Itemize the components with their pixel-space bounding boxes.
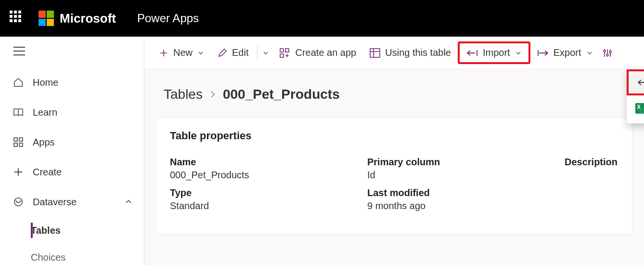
app-plus-icon [280, 48, 290, 58]
value-modified: 9 months ago [367, 200, 565, 212]
svg-point-9 [604, 50, 605, 52]
table-properties-panel: Table properties Name 000_Pet_Products T… [156, 118, 632, 234]
sidebar-label: Choices [31, 252, 65, 263]
sidebar-item-dataverse[interactable]: Dataverse [0, 187, 144, 217]
plus-icon [12, 166, 25, 178]
label-name: Name [170, 157, 367, 168]
sliders-icon [603, 48, 612, 58]
svg-rect-6 [280, 54, 283, 57]
global-header: Microsoft Power Apps [0, 0, 644, 37]
microsoft-logo[interactable]: Microsoft [39, 11, 116, 26]
settings-button[interactable] [600, 44, 615, 62]
breadcrumb-current: 000_Pet_Products [223, 87, 340, 102]
button-label: Create an app [295, 47, 356, 58]
sidebar-label: Dataverse [33, 197, 77, 208]
sidebar-item-learn[interactable]: Learn [0, 97, 144, 127]
value-primary: Id [367, 170, 565, 181]
svg-rect-3 [19, 143, 23, 146]
import-excel-item[interactable]: Import data from Excel [627, 95, 644, 121]
import-data-item[interactable]: Import data [627, 69, 644, 95]
new-button[interactable]: New [152, 43, 211, 62]
label-primary: Primary column [367, 157, 565, 168]
export-button[interactable]: Export [530, 43, 600, 62]
home-icon [12, 77, 25, 88]
command-bar: New Edit Create an app [144, 37, 644, 69]
sidebar-label: Create [33, 167, 62, 178]
label-type: Type [170, 187, 367, 199]
button-label: Import [483, 47, 510, 58]
import-dropdown: Import data Import data from Excel [627, 67, 644, 123]
svg-point-11 [609, 51, 611, 53]
value-name: 000_Pet_Products [170, 170, 367, 181]
excel-icon [635, 103, 644, 114]
chevron-down-icon [515, 50, 522, 56]
svg-rect-2 [14, 143, 17, 146]
label-modified: Last modified [367, 187, 565, 199]
left-nav: Home Learn Apps Create [0, 37, 144, 265]
import-icon [637, 77, 644, 88]
app-launcher-icon[interactable] [10, 11, 25, 26]
value-type: Standard [170, 200, 367, 212]
breadcrumb-parent[interactable]: Tables [164, 87, 203, 102]
sidebar-item-create[interactable]: Create [0, 157, 144, 187]
content-area: New Edit Create an app [144, 37, 644, 265]
chevron-right-icon [209, 90, 216, 99]
sidebar-item-tables[interactable]: Tables [31, 217, 144, 244]
svg-rect-7 [285, 49, 289, 52]
svg-rect-1 [19, 138, 23, 141]
breadcrumb: Tables 000_Pet_Products [144, 69, 644, 110]
import-icon [466, 49, 478, 57]
sidebar-item-choices[interactable]: Choices [31, 244, 144, 265]
dataverse-icon [12, 196, 25, 208]
chevron-up-icon [125, 198, 132, 206]
chevron-down-icon [586, 50, 593, 56]
toolbar-separator [257, 46, 258, 60]
create-app-button[interactable]: Create an app [273, 43, 363, 62]
svg-point-10 [606, 54, 608, 56]
chevron-down-icon [197, 50, 204, 56]
button-label: Using this table [385, 47, 451, 58]
svg-rect-8 [370, 49, 380, 57]
button-label: Export [554, 47, 581, 58]
microsoft-logo-text: Microsoft [60, 11, 116, 26]
import-button[interactable]: Import [458, 41, 530, 64]
button-label: Edit [232, 47, 248, 58]
pencil-icon [218, 48, 227, 58]
hamburger-icon[interactable] [13, 47, 25, 55]
sidebar-label: Home [33, 77, 58, 88]
plus-icon [159, 48, 168, 58]
edit-split-chevron[interactable] [259, 46, 273, 60]
table-icon [370, 48, 380, 58]
microsoft-logo-icon [39, 11, 54, 26]
sidebar-label: Tables [31, 225, 61, 236]
label-description: Description [565, 157, 618, 168]
sidebar-item-home[interactable]: Home [0, 67, 144, 97]
using-this-table-button[interactable]: Using this table [363, 43, 458, 62]
grid-icon [12, 136, 25, 148]
edit-button[interactable]: Edit [211, 43, 255, 62]
svg-point-4 [14, 198, 23, 206]
sidebar-label: Learn [33, 107, 57, 118]
button-label: New [173, 47, 193, 58]
export-icon [537, 49, 549, 57]
svg-rect-0 [14, 138, 17, 141]
sidebar-item-apps[interactable]: Apps [0, 127, 144, 157]
svg-rect-5 [280, 49, 283, 52]
panel-title: Table properties [170, 130, 618, 142]
book-icon [12, 106, 25, 118]
sidebar-label: Apps [33, 137, 55, 148]
app-name: Power Apps [137, 12, 199, 25]
